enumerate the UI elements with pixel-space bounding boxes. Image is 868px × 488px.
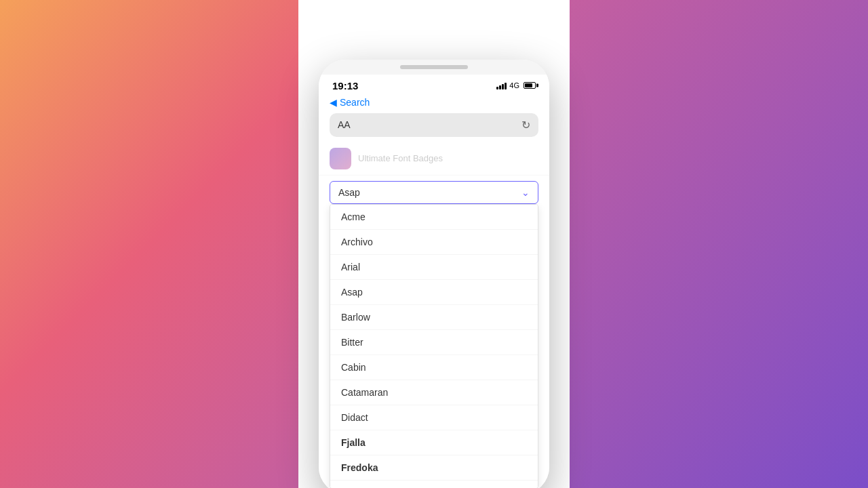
- status-icons: 4G: [496, 81, 536, 89]
- battery-fill: [525, 83, 532, 87]
- list-item[interactable]: Hammersmith: [330, 481, 538, 489]
- phone-top-bar: [319, 60, 549, 75]
- phone-notch: [400, 65, 468, 69]
- signal-bar-1: [496, 87, 498, 89]
- signal-bar-2: [499, 85, 501, 89]
- back-chevron: ◀: [330, 97, 337, 108]
- refresh-icon[interactable]: ↻: [521, 119, 530, 131]
- font-list[interactable]: Acme Archivo Arial Asap Barlow Bitter Ca…: [330, 204, 538, 489]
- phone-inner: 19:13 4G ◀ Search: [319, 75, 549, 489]
- signal-bar-4: [505, 83, 507, 89]
- font-dropdown-container: Asap ⌄ Acme Archivo Arial Asap Barlow Bi…: [319, 176, 549, 489]
- status-bar: 19:13 4G: [319, 75, 549, 94]
- font-selector[interactable]: Asap ⌄: [330, 181, 538, 204]
- list-item[interactable]: Arial: [330, 255, 538, 280]
- list-item[interactable]: Fredoka: [330, 455, 538, 481]
- list-item[interactable]: Bitter: [330, 330, 538, 355]
- font-selector-value: Asap: [338, 187, 360, 198]
- back-button[interactable]: ◀ Search: [330, 97, 370, 108]
- network-label: 4G: [509, 81, 519, 89]
- search-bar[interactable]: AA ↻: [330, 113, 538, 137]
- chevron-down-icon: ⌄: [521, 187, 530, 198]
- list-item[interactable]: Barlow: [330, 305, 538, 330]
- status-time: 19:13: [332, 80, 358, 92]
- search-aa-label: AA: [338, 119, 351, 130]
- page-title: Font control: [312, 0, 556, 12]
- list-item[interactable]: Asap: [330, 280, 538, 305]
- center-content: Font control Further stylize your badges…: [298, 0, 570, 488]
- battery-icon: [524, 82, 536, 89]
- back-label: Search: [340, 97, 370, 108]
- list-item[interactable]: Archivo: [330, 230, 538, 255]
- signal-bars: [496, 81, 507, 89]
- app-name: Ultimate Font Badges: [358, 153, 443, 163]
- list-item[interactable]: Catamaran: [330, 380, 538, 405]
- list-item[interactable]: Cabin: [330, 355, 538, 380]
- nav-bar: ◀ Search: [319, 94, 549, 113]
- phone-mockup: 19:13 4G ◀ Search: [319, 60, 549, 489]
- app-row: Ultimate Font Badges: [319, 142, 549, 176]
- app-icon: [330, 148, 351, 169]
- title-section: Font control Further stylize your badges…: [312, 0, 556, 46]
- list-item[interactable]: Fjalla: [330, 430, 538, 455]
- signal-bar-3: [502, 84, 504, 89]
- list-item[interactable]: Didact: [330, 405, 538, 430]
- page-subtitle: Further stylize your badges text with ou…: [312, 18, 556, 46]
- list-item[interactable]: Acme: [330, 205, 538, 230]
